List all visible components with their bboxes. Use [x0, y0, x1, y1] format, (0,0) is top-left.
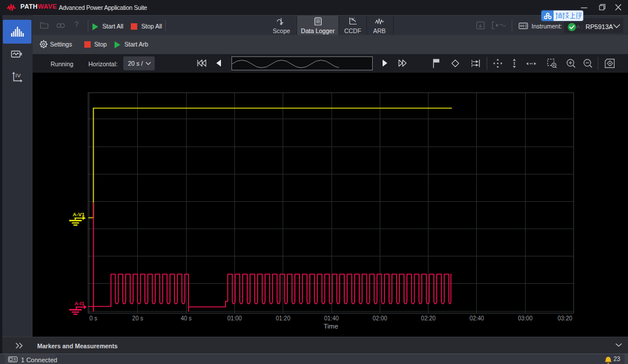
svg-text:02:20: 02:20	[421, 315, 436, 322]
svg-text:20 s: 20 s	[132, 315, 143, 322]
svg-text:02:40: 02:40	[469, 315, 484, 322]
svg-text:01:00: 01:00	[227, 315, 242, 322]
svg-text:Time: Time	[323, 323, 338, 330]
svg-text:01:40: 01:40	[324, 315, 338, 322]
svg-text:IV: IV	[16, 72, 22, 78]
svg-text:0 s: 0 s	[90, 315, 97, 322]
svg-text:01:20: 01:20	[276, 315, 290, 322]
svg-text:03:00: 03:00	[518, 315, 533, 322]
svg-text:02:00: 02:00	[373, 315, 387, 322]
svg-text:03:20: 03:20	[558, 315, 572, 322]
svg-text:40 s: 40 s	[181, 315, 192, 322]
svg-text:A-I1: A-I1	[74, 301, 84, 306]
